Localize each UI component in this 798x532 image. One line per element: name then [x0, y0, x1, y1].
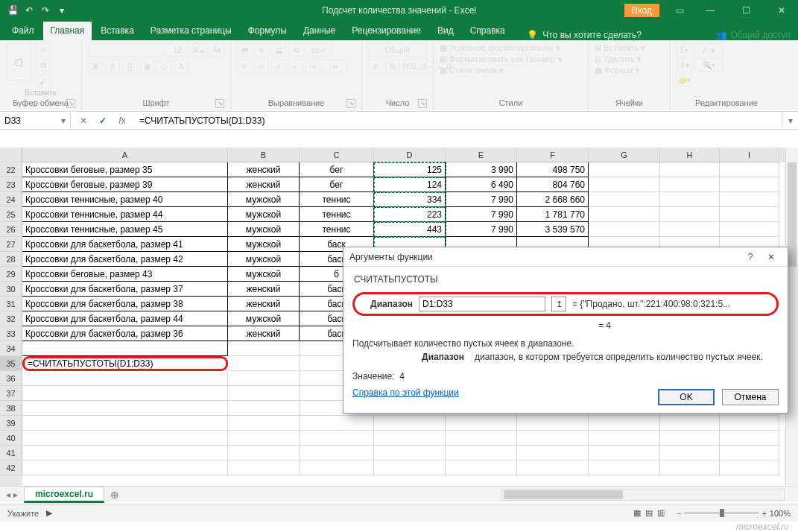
hscroll-thumb[interactable] [504, 490, 623, 499]
share-button[interactable]: 👥Общий доступ [716, 30, 791, 40]
row-header[interactable]: 41 [0, 446, 22, 460]
increase-indent-icon[interactable]: ⇥ [305, 60, 320, 73]
find-select-icon[interactable]: 🔍▾ [694, 58, 723, 72]
tell-me[interactable]: 💡Что вы хотите сделать? [527, 30, 642, 40]
cell[interactable] [22, 460, 228, 475]
italic-icon[interactable]: К [105, 60, 120, 73]
select-all-corner[interactable] [0, 148, 22, 162]
wrap-text-icon[interactable]: ab↵ [305, 43, 331, 57]
cell[interactable] [228, 386, 300, 401]
row-header[interactable]: 31 [0, 297, 22, 311]
column-header[interactable]: E [446, 148, 517, 162]
cell[interactable] [228, 460, 300, 475]
cell[interactable] [22, 341, 228, 356]
cell[interactable]: Кроссовки для баскетбола, размер 44 [22, 311, 228, 326]
accounting-format-icon[interactable]: ₽ [368, 60, 383, 73]
cell[interactable] [374, 416, 446, 431]
cell[interactable]: 125 [374, 162, 446, 177]
cell[interactable] [22, 416, 228, 431]
underline-icon[interactable]: Ч [122, 60, 137, 73]
signin-button[interactable]: Вход [624, 4, 659, 17]
expand-formula-bar-icon[interactable]: ▾ [782, 112, 798, 129]
cell[interactable]: 3 539 570 [517, 222, 589, 237]
cell[interactable]: теннис [300, 207, 374, 222]
cell[interactable] [22, 371, 228, 386]
cell[interactable]: Кроссовки беговые, размер 35 [22, 162, 228, 177]
cell[interactable]: 7 990 [446, 207, 517, 222]
cell[interactable]: Кроссовки для баскетбола, размер 36 [22, 326, 228, 341]
cell[interactable]: бег [300, 162, 374, 177]
decrease-indent-icon[interactable]: ⇤ [288, 60, 303, 73]
cell[interactable] [589, 446, 660, 460]
cell[interactable]: 2 668 660 [517, 192, 589, 207]
cell[interactable]: женский [228, 162, 300, 177]
row-header[interactable]: 23 [0, 177, 22, 192]
cell[interactable] [300, 446, 374, 460]
tab-data[interactable]: Данные [296, 22, 343, 40]
zoom-control[interactable]: − + 100% [677, 509, 791, 518]
fill-color-icon[interactable]: ◇ [156, 60, 171, 73]
cell[interactable] [589, 222, 660, 237]
name-box[interactable]: D33 ▾ [0, 112, 71, 129]
cell[interactable] [446, 446, 517, 460]
cell[interactable] [22, 431, 228, 446]
qat-customize-icon[interactable]: ▾ [55, 4, 69, 17]
cell[interactable] [589, 192, 660, 207]
sheet-nav-prev-icon[interactable]: ◂ [6, 490, 10, 500]
column-header[interactable]: G [589, 148, 660, 162]
cell[interactable]: 1 781 770 [517, 207, 589, 222]
cell[interactable] [446, 460, 517, 475]
tab-formulas[interactable]: Формулы [241, 22, 294, 40]
cell[interactable] [374, 460, 446, 475]
cell[interactable]: мужской [228, 222, 300, 237]
cell[interactable] [517, 431, 589, 446]
save-icon[interactable]: 💾 [6, 4, 19, 17]
row-header[interactable]: 24 [0, 192, 22, 207]
add-sheet-icon[interactable]: ⊕ [104, 489, 125, 501]
row-header[interactable]: 34 [0, 341, 22, 356]
zoom-slider[interactable] [684, 512, 759, 514]
cell[interactable] [228, 446, 300, 460]
cell[interactable] [660, 416, 720, 431]
column-header[interactable]: B [228, 148, 300, 162]
format-as-table-button[interactable]: ▦ Форматировать как таблицу ▾ [440, 54, 563, 64]
cell[interactable] [720, 222, 779, 237]
ribbon-options-icon[interactable]: ▭ [668, 0, 691, 21]
zoom-in-icon[interactable]: + [761, 509, 766, 518]
cell[interactable] [660, 446, 720, 460]
cell[interactable]: 498 750 [517, 162, 589, 177]
vscroll-thumb[interactable] [788, 162, 797, 267]
cell[interactable] [660, 207, 720, 222]
cancel-formula-icon[interactable]: ✕ [77, 115, 90, 126]
cell[interactable] [228, 341, 300, 356]
decrease-font-icon[interactable]: A▾ [209, 43, 224, 57]
row-header[interactable]: 27 [0, 237, 22, 252]
number-dialog-launcher[interactable]: ↘ [418, 99, 427, 108]
merge-center-icon[interactable]: ⬌ [323, 60, 348, 73]
align-left-icon[interactable]: ≡ [237, 60, 252, 73]
font-color-icon[interactable]: A [174, 60, 189, 73]
collapse-dialog-icon[interactable]: ↥ [551, 297, 566, 311]
cell[interactable]: теннис [300, 192, 374, 207]
tab-review[interactable]: Рецензирование [344, 22, 428, 40]
clear-icon[interactable]: 🧽▾ [677, 73, 691, 86]
increase-decimal-icon[interactable]: .0→ [419, 60, 434, 73]
dialog-help-link[interactable]: Справка по этой функции [352, 387, 459, 398]
row-header[interactable]: 40 [0, 431, 22, 446]
column-header[interactable]: A [22, 148, 228, 162]
bold-icon[interactable]: Ж [88, 60, 103, 73]
tab-file[interactable]: Файл [4, 22, 42, 40]
column-header[interactable]: C [300, 148, 374, 162]
paste-button[interactable]: 📋 [6, 43, 31, 80]
tab-insert[interactable]: Вставка [93, 22, 142, 40]
cell-styles-button[interactable]: ▦ Стили ячеек ▾ [440, 66, 504, 75]
row-header[interactable]: 37 [0, 386, 22, 401]
column-header[interactable]: I [720, 148, 779, 162]
cell[interactable] [589, 431, 660, 446]
cell[interactable] [720, 446, 779, 460]
cell[interactable] [228, 416, 300, 431]
cell[interactable]: мужской [228, 207, 300, 222]
fill-icon[interactable]: ⬇▾ [677, 58, 691, 72]
cell[interactable]: Кроссовки теннисные, размер 40 [22, 192, 228, 207]
row-header[interactable]: 26 [0, 222, 22, 237]
